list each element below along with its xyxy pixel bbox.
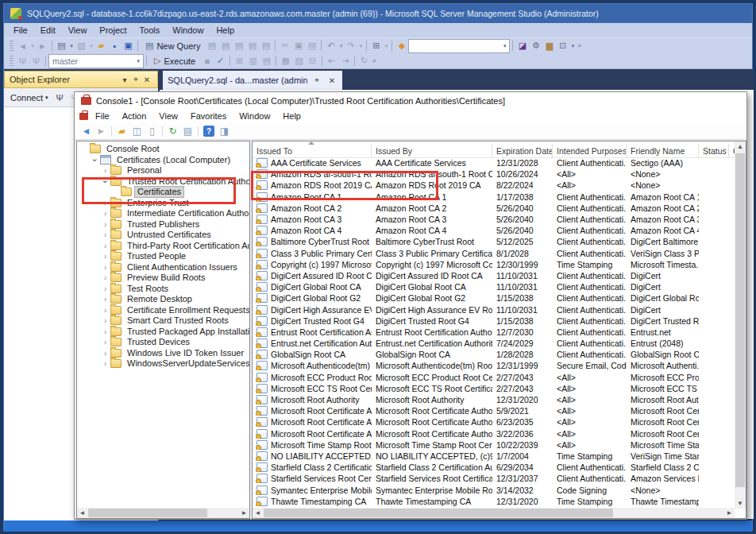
certificate-row[interactable]: Amazon Root CA 3Amazon Root CA 35/26/204… [253,214,736,225]
command-window-icon[interactable]: ⊡ [556,40,569,52]
open-file-dropdown[interactable]: ▾ [88,40,94,52]
certificate-row[interactable]: Amazon RDS af-south-1 Root CAAmazon RDS … [253,168,736,180]
chevron-down-icon[interactable]: ▾ [137,58,140,64]
navigate-forward-icon[interactable]: ► [36,40,49,52]
open-folder-icon[interactable]: ▰ [94,40,108,52]
ssms-menu-window[interactable]: Window [166,23,210,37]
mmc-forward-icon[interactable]: ► [94,125,109,137]
certificate-row[interactable]: Microsoft ECC Product Root Ce...Microsof… [253,372,736,383]
results-text-icon[interactable]: ▥ [246,55,260,68]
activity-monitor-icon[interactable]: ◆ [395,40,408,52]
pin-icon[interactable]: ⌖ [311,75,322,85]
window-layout-dropdown[interactable]: ▾ [383,40,389,52]
change-connection-icon[interactable]: Ψ [29,55,43,68]
chevron-right-icon[interactable]: › [101,327,110,336]
column-header-issued-to[interactable]: Issued To [253,144,372,157]
tree-item-untrusted-certificates[interactable]: ›Untrusted Certificates [77,230,249,241]
cut-icon[interactable]: ✂ [278,40,291,52]
save-icon[interactable]: ▪ [108,40,122,52]
chevron-right-icon[interactable]: › [101,316,110,325]
certificate-row[interactable]: Symantec Enterprise Mobile Ro...Symantec… [253,484,736,495]
oe-connect-object-icon[interactable]: Ψ [53,91,67,104]
tree-item-certificates-local-computer[interactable]: ›Certificates (Local Computer) [77,155,249,166]
save-all-icon[interactable]: ▣ [122,40,135,52]
tree-item-certificate-enrollment-requests[interactable]: ›Certificate Enrollment Requests [77,305,249,316]
mmc-export-list-icon[interactable]: ▤ [180,125,195,137]
parse-icon[interactable]: ✓ [214,55,227,68]
certificate-row[interactable]: Class 3 Public Primary Certificat...Clas… [253,248,736,259]
list-vertical-scrollbar[interactable]: ▲ ▼ [735,141,746,509]
mmc-menu-action[interactable]: Action [117,109,152,123]
tree-item-intermediate-certification-authorities[interactable]: ›Intermediate Certification Authorities [77,208,249,219]
chevron-right-icon[interactable]: › [101,230,110,239]
mmc-child-window-icon[interactable] [79,113,88,120]
new-file-icon[interactable]: ▤ [55,40,68,52]
toolbar-grip[interactable] [10,56,14,66]
redo-dropdown[interactable]: ▾ [357,40,364,52]
decrease-indent-icon[interactable]: ⇤ [325,55,338,68]
mmc-menu-help[interactable]: Help [277,109,307,123]
tree-item-trusted-root-certification-authorities[interactable]: ›Trusted Root Certification Authorities [77,176,249,188]
mmc-back-icon[interactable]: ◄ [79,125,94,137]
mdx-query-icon[interactable]: ▤ [218,40,232,52]
window-position-icon[interactable]: ▾ [119,75,130,84]
tree-item-personal[interactable]: ›Personal [77,165,249,176]
tree-item-third-party-root-certification-authorities[interactable]: ›Third-Party Root Certification Authorit… [77,241,249,252]
toolbar2-overflow-icon[interactable]: ≡ [371,55,377,68]
chevron-right-icon[interactable]: › [101,359,110,368]
tree-item-windowsserverupdateservices[interactable]: ›WindowsServerUpdateServices [77,358,249,370]
chevron-right-icon[interactable]: › [101,349,110,358]
tree-item-preview-build-roots[interactable]: ›Preview Build Roots [77,273,249,284]
certificate-row[interactable]: Amazon Root CA 2Amazon Root CA 25/26/204… [253,203,736,214]
chevron-right-icon[interactable]: › [101,263,110,272]
vs-icon[interactable]: ◪ [515,40,529,52]
scroll-left-icon[interactable]: ◄ [77,508,87,518]
scroll-left-icon[interactable]: ◄ [253,508,263,518]
certificate-row[interactable]: AAA Certificate ServicesAAA Certificate … [253,157,736,168]
scroll-down-icon[interactable]: ▼ [735,498,746,509]
quick-launch-combo[interactable]: ▾ [408,39,510,53]
list-horizontal-scrollbar[interactable]: ◄ ► [253,508,735,518]
tree-item-enterprise-trust[interactable]: ›Enterprise Trust [77,198,249,209]
scroll-right-icon[interactable]: ► [724,508,735,518]
cancel-query-icon[interactable]: ■ [200,55,214,68]
tree-item-trusted-publishers[interactable]: ›Trusted Publishers [77,219,249,230]
chevron-right-icon[interactable]: › [101,306,110,315]
open-file-icon[interactable]: ▧ [75,40,88,52]
column-header-status[interactable]: Status [699,144,729,157]
column-header-friendly-name[interactable]: Friendly Name [627,144,699,157]
results-file-icon[interactable]: ▤ [260,55,273,68]
certificate-row[interactable]: GlobalSign Root CAGlobalSign Root CA1/28… [253,349,736,360]
toolbar-grip[interactable] [10,41,14,51]
new-file-dropdown[interactable]: ▾ [68,40,75,52]
certificate-row[interactable]: Starfield Services Root Certificat...Sta… [253,473,736,484]
tree-item-console-root[interactable]: Console Root [77,144,249,155]
certificate-row[interactable]: DigiCert High Assurance EV Ro...DigiCert… [253,304,736,315]
toolbar-overflow-icon[interactable]: ≡ [576,40,582,52]
chevron-right-icon[interactable]: › [101,273,110,282]
connect-plug-icon[interactable]: Ψ [16,55,29,68]
object-explorer-titlebar[interactable]: Object Explorer ▾ ⌖ ✕ [4,71,158,88]
navigate-back-dropdown[interactable]: ▾ [29,40,36,52]
dmx-query-icon[interactable]: ▤ [232,40,245,52]
chevron-right-icon[interactable]: › [101,166,110,175]
certificate-row[interactable]: Thawte Timestamping CAThawte Timestampin… [253,496,736,507]
chevron-right-icon[interactable]: › [101,209,110,218]
certificate-row[interactable]: DigiCert Global Root G2DigiCert Global R… [253,292,736,304]
certificate-row[interactable]: Copyright (c) 1997 Microsoft C...Copyrig… [253,259,736,270]
tree-horizontal-scrollbar[interactable]: ◄ ► [77,508,249,518]
scrollbar-thumb[interactable] [264,509,613,517]
pin-icon[interactable]: ⌖ [130,75,141,84]
certificate-row[interactable]: Microsoft Root Certificate Auth...Micros… [253,416,736,428]
ssms-menu-tools[interactable]: Tools [133,23,167,37]
ssms-menu-file[interactable]: File [7,23,34,37]
tree-item-trusted-people[interactable]: ›Trusted People [77,251,249,262]
uncomment-icon[interactable]: ▨ [292,55,306,68]
mmc-properties-icon[interactable]: ▯ [145,125,160,137]
chevron-down-icon[interactable]: › [91,156,99,164]
chevron-right-icon[interactable]: › [101,295,110,304]
tree-item-certificates[interactable]: Certificates [77,187,249,198]
chevron-right-icon[interactable]: › [101,199,110,207]
scrollbar-thumb[interactable] [88,509,207,517]
database-engine-query-icon[interactable]: ▤ [205,40,218,52]
